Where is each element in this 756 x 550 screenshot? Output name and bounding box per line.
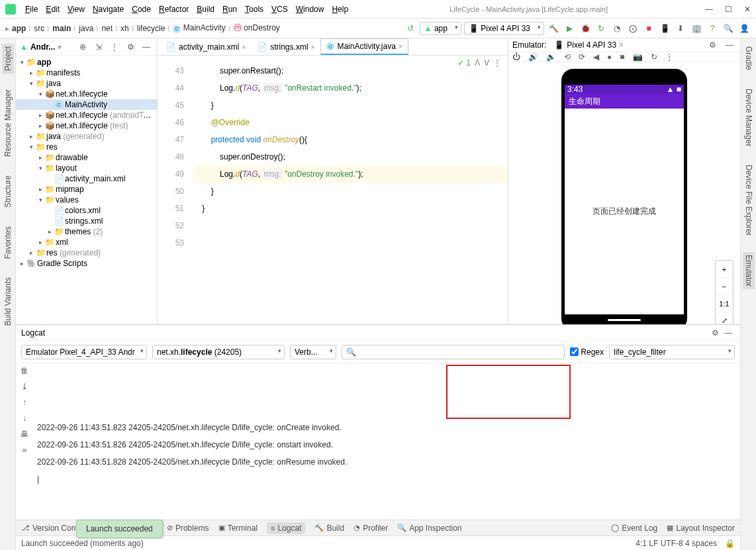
minimize-button[interactable]: —	[705, 5, 713, 14]
crumb-xh[interactable]: xh	[120, 24, 129, 33]
build-tab[interactable]: 🔨 Build	[314, 524, 344, 533]
problems-tab[interactable]: ⊘ Problems	[167, 524, 209, 533]
print-icon[interactable]: 🖶	[21, 430, 28, 439]
menu-edit[interactable]: Edit	[42, 5, 64, 14]
options-icon[interactable]: ⋮	[108, 40, 121, 54]
rotate-left-icon[interactable]: ⟲	[564, 52, 571, 62]
log-output[interactable]: 2022-09-26 11:43:51.823 24205-24205/net.…	[33, 363, 740, 520]
clear-icon[interactable]: 🗑	[21, 366, 28, 375]
collapse-all-icon[interactable]: ⇲	[92, 40, 105, 54]
stop-icon[interactable]: ■	[642, 22, 655, 35]
sync-icon[interactable]: ↺	[404, 22, 417, 35]
screenshot-icon[interactable]: 📷	[633, 52, 643, 62]
menu-refactor[interactable]: Refactor	[155, 5, 193, 14]
close-button[interactable]: ✕	[744, 5, 751, 14]
editor-options-icon[interactable]: ⋮	[493, 58, 501, 68]
project-tool-tab[interactable]: Project	[2, 44, 14, 73]
gradle-tab[interactable]: Gradle	[743, 44, 755, 73]
tree-item[interactable]: ▸📁java (generated)	[16, 131, 157, 142]
more-icon[interactable]: ⋮	[665, 52, 673, 62]
logcat-hide-icon[interactable]: —	[722, 326, 735, 340]
tree-item[interactable]: ▸📁manifests	[16, 68, 157, 78]
run-icon[interactable]: ▶	[563, 22, 576, 35]
tree-item[interactable]: ▾📁layout	[16, 163, 157, 173]
tree-item[interactable]: ▾📁values	[16, 195, 157, 205]
rotate-right-icon[interactable]: ⟳	[579, 52, 585, 62]
tree-item[interactable]: ▾📦net.xh.lifecycle	[16, 89, 157, 99]
maximize-button[interactable]: ☐	[725, 5, 732, 14]
menu-window[interactable]: Window	[292, 5, 328, 14]
tree-item[interactable]: 📄activity_main.xml	[16, 173, 157, 184]
favorites-tab[interactable]: Favorites	[2, 224, 14, 261]
scroll-end-icon[interactable]: ⤓	[21, 382, 28, 391]
coverage-icon[interactable]: ↻	[594, 22, 608, 35]
gear-icon[interactable]: ⚙	[706, 38, 719, 52]
tree-item[interactable]: ▾📁app	[16, 57, 157, 68]
device-select[interactable]: 📱 Pixel 4 API 33	[464, 22, 544, 35]
crumb-lifecycle[interactable]: lifecycle	[137, 24, 165, 33]
zoom-in-button[interactable]: +	[716, 261, 733, 278]
hide-icon[interactable]: —	[140, 40, 153, 54]
volume-up-icon[interactable]: 🔊	[528, 52, 538, 62]
target-icon[interactable]: ⊕	[76, 40, 89, 54]
menu-vcs[interactable]: VCS	[267, 5, 292, 14]
run-config-select[interactable]: ▲ app	[420, 22, 461, 35]
tree-item[interactable]: ▸📁themes (2)	[16, 226, 157, 237]
down-icon[interactable]: ↓	[23, 414, 26, 423]
app-inspection-tab[interactable]: 🔍 App Inspection	[397, 524, 461, 533]
zoom-expand-button[interactable]: ⤢	[716, 312, 733, 324]
lock-icon[interactable]: 🔒	[725, 539, 735, 548]
tree-item[interactable]: CMainActivity	[16, 99, 157, 110]
crumb-app[interactable]: app	[12, 24, 26, 33]
power-icon[interactable]: ⏻	[512, 52, 520, 62]
prev-problem-icon[interactable]: ᐱ	[475, 58, 480, 68]
nav-back-icon[interactable]: ▸	[5, 24, 9, 33]
menu-navigate[interactable]: Navigate	[89, 5, 128, 14]
device-manager-tab[interactable]: Device Manager	[743, 86, 755, 149]
emulator-tool-tab[interactable]: Emulator	[743, 252, 755, 289]
regex-checkbox[interactable]: Regex	[570, 347, 604, 357]
next-problem-icon[interactable]: ᐯ	[484, 58, 489, 68]
menu-build[interactable]: Build	[193, 5, 218, 14]
menu-code[interactable]: Code	[128, 5, 155, 14]
tree-item[interactable]: 📄colors.xml	[16, 205, 157, 216]
editor-tab[interactable]: CMainActivity.java×	[320, 38, 408, 55]
crumb-MainActivity[interactable]: C MainActivity	[173, 23, 225, 33]
sdk-icon[interactable]: ⬇	[674, 22, 687, 35]
hide-emulator-icon[interactable]: —	[723, 38, 736, 52]
menu-view[interactable]: View	[64, 5, 89, 14]
menu-run[interactable]: Run	[218, 5, 241, 14]
crumb-onDestroy[interactable]: ⓜ onDestroy	[234, 23, 280, 34]
device-file-explorer-tab[interactable]: Device File Explorer	[743, 162, 755, 238]
zoom-out-button[interactable]: −	[716, 278, 733, 295]
event-log-tab[interactable]: ◯ Event Log	[611, 524, 657, 533]
device-screen[interactable]: 3:43▲ ■ 生命周期 页面已经创建完成	[565, 85, 684, 314]
emulator-tab[interactable]: 📱 Pixel 4 API 33 ×	[550, 39, 628, 51]
terminal-tab[interactable]: ▣ Terminal	[218, 524, 258, 533]
tree-item[interactable]: ▸📁drawable	[16, 152, 157, 163]
tree-item[interactable]: ▸📦net.xh.lifecycle (test)	[16, 120, 157, 131]
menu-tools[interactable]: Tools	[241, 5, 267, 14]
filter-select[interactable]: life_cycle_filter	[609, 345, 735, 359]
editor-tab[interactable]: 📄strings.xml×	[252, 39, 320, 55]
tree-item[interactable]: ▸📁mipmap	[16, 184, 157, 195]
home-icon[interactable]: ●	[607, 52, 612, 62]
resource-manager-tab[interactable]: Resource Manager	[2, 87, 14, 160]
record-icon[interactable]: ↻	[651, 52, 657, 62]
attach-debugger-icon[interactable]: ⨀	[626, 22, 639, 35]
debug-icon[interactable]: 🐞	[579, 22, 592, 35]
log-search[interactable]: 🔍	[342, 345, 565, 359]
back-icon[interactable]: ◀	[593, 52, 599, 62]
crumb-src[interactable]: src	[34, 24, 44, 33]
structure-tab[interactable]: Structure	[2, 173, 14, 210]
crumb-main[interactable]: main	[52, 24, 71, 33]
process-select[interactable]: net.xh.lifecycle (24205)	[152, 345, 285, 359]
soft-wrap-icon[interactable]: ↑	[23, 398, 26, 407]
code-editor[interactable]: super.onRestart(); Log.d(TAG, msg: "onRe…	[188, 56, 508, 324]
tree-item[interactable]: ▾📁java	[16, 78, 157, 89]
search-icon[interactable]: 🔍	[722, 22, 735, 35]
device-select-logcat[interactable]: Emulator Pixel_4_API_33 Andr	[21, 345, 147, 359]
editor-tab[interactable]: 📄activity_main.xml×	[160, 39, 252, 55]
profile-icon[interactable]: ◔	[610, 22, 624, 35]
layout-inspector-icon[interactable]: 🏢	[690, 22, 703, 35]
